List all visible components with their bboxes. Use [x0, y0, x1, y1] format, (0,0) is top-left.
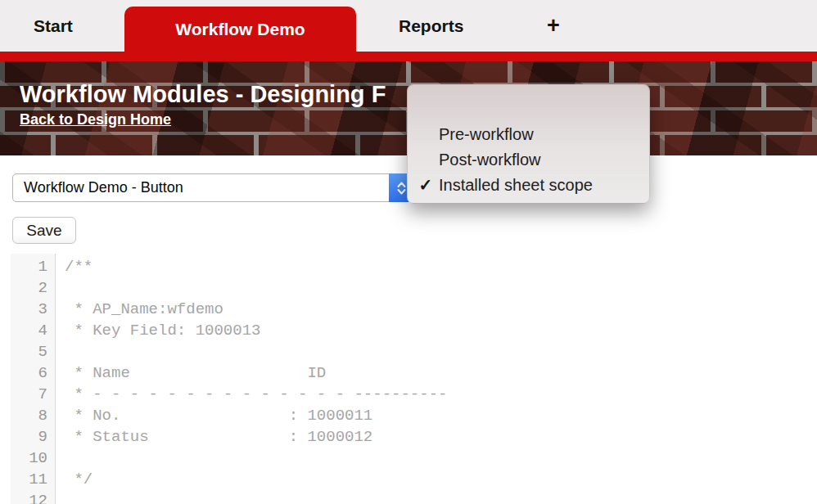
module-select[interactable]: Workflow Demo - Button	[12, 173, 413, 202]
line-number: 5	[11, 341, 55, 362]
line-number-gutter: 1 2 3 4 5 6 7 8 9 10 11 12	[11, 254, 56, 504]
code-line: * Key Field: 1000013	[65, 320, 809, 341]
menu-item-label: Installed sheet scope	[439, 176, 593, 194]
back-to-design-home-link[interactable]: Back to Design Home	[20, 111, 171, 128]
code-line	[65, 341, 809, 362]
line-number: 1	[11, 256, 55, 277]
select-popup-menu: Pre-workflow Post-workflow ✓ Installed s…	[407, 84, 650, 204]
line-number: 12	[11, 490, 55, 504]
tab-start[interactable]: Start	[34, 0, 73, 52]
line-number: 9	[11, 426, 55, 448]
line-number: 7	[11, 384, 55, 405]
line-number: 10	[11, 448, 55, 469]
tab-bar: Start Workflow Demo Reports +	[0, 0, 817, 52]
code-line: * AP_Name:wfdemo	[65, 299, 809, 320]
tab-workflow-demo-label: Workflow Demo	[175, 7, 305, 52]
code-area[interactable]: /** * AP_Name:wfdemo * Key Field: 100001…	[56, 254, 809, 504]
code-line: */	[65, 469, 809, 490]
code-line: * - - - - - - - - - - - - - - ----------	[65, 384, 809, 405]
check-icon: ✓	[416, 173, 436, 198]
module-select-value: Workflow Demo - Button	[24, 174, 183, 201]
code-line: * Name ID	[65, 362, 809, 384]
menu-item-post-workflow[interactable]: Post-workflow	[408, 147, 649, 173]
menu-item-label: Post-workflow	[439, 151, 540, 169]
code-editor[interactable]: 1 2 3 4 5 6 7 8 9 10 11 12 /** * AP_Name…	[11, 254, 809, 504]
code-line	[65, 490, 809, 504]
menu-item-pre-workflow[interactable]: Pre-workflow	[408, 122, 649, 147]
line-number: 6	[11, 362, 55, 384]
line-number: 11	[11, 469, 55, 490]
line-number: 3	[11, 299, 55, 320]
code-line	[65, 448, 809, 469]
accent-bar	[0, 52, 817, 61]
code-line: * No. : 1000011	[65, 405, 809, 426]
menu-item-label: Pre-workflow	[439, 125, 534, 143]
save-button[interactable]: Save	[12, 217, 76, 244]
tab-reports[interactable]: Reports	[399, 0, 463, 52]
code-line: * Status : 1000012	[65, 426, 809, 448]
code-line	[65, 277, 809, 299]
app-window: Start Workflow Demo Reports + Workflow M…	[0, 0, 817, 504]
code-line: /**	[65, 256, 809, 277]
line-number: 2	[11, 277, 55, 299]
add-tab-button[interactable]: +	[547, 0, 560, 52]
menu-item-installed-sheet-scope[interactable]: ✓ Installed sheet scope	[408, 173, 649, 198]
tab-workflow-demo[interactable]: Workflow Demo	[124, 7, 356, 61]
page-title: Workflow Modules - Designing F	[20, 81, 386, 108]
line-number: 8	[11, 405, 55, 426]
line-number: 4	[11, 320, 55, 341]
